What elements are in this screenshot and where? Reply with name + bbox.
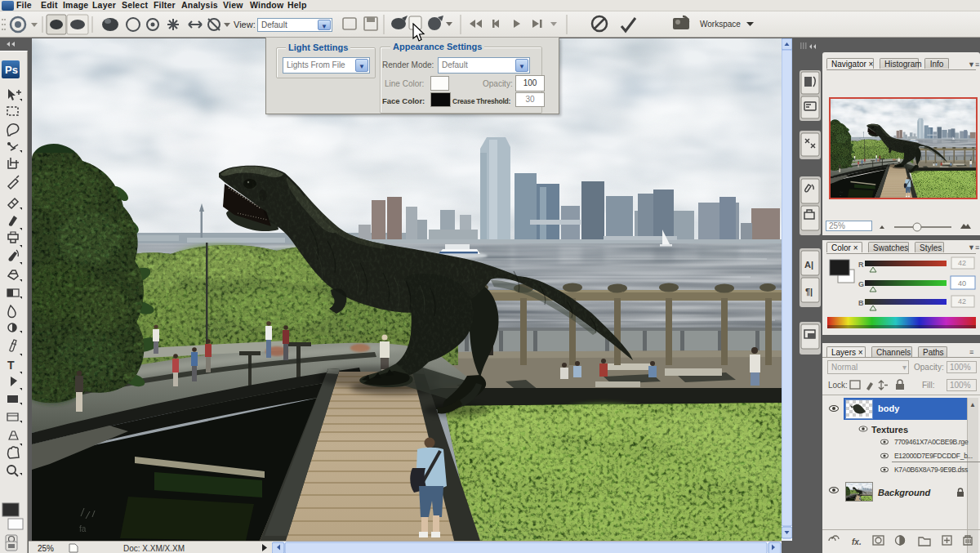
svg-text:Workspace: Workspace — [700, 20, 741, 29]
svg-text:T: T — [7, 359, 15, 372]
svg-text:Ps: Ps — [5, 64, 18, 76]
svg-text:B: B — [858, 299, 864, 307]
svg-text:40: 40 — [958, 279, 966, 288]
svg-text:View:: View: — [234, 20, 256, 29]
svg-text:42: 42 — [958, 297, 966, 305]
svg-text:fx.: fx. — [852, 537, 862, 546]
svg-text:A|: A| — [804, 260, 813, 270]
svg-text:G: G — [858, 280, 864, 288]
svg-text:R: R — [858, 261, 864, 269]
svg-text:¶|: ¶| — [805, 287, 813, 297]
svg-text:42: 42 — [958, 259, 966, 267]
